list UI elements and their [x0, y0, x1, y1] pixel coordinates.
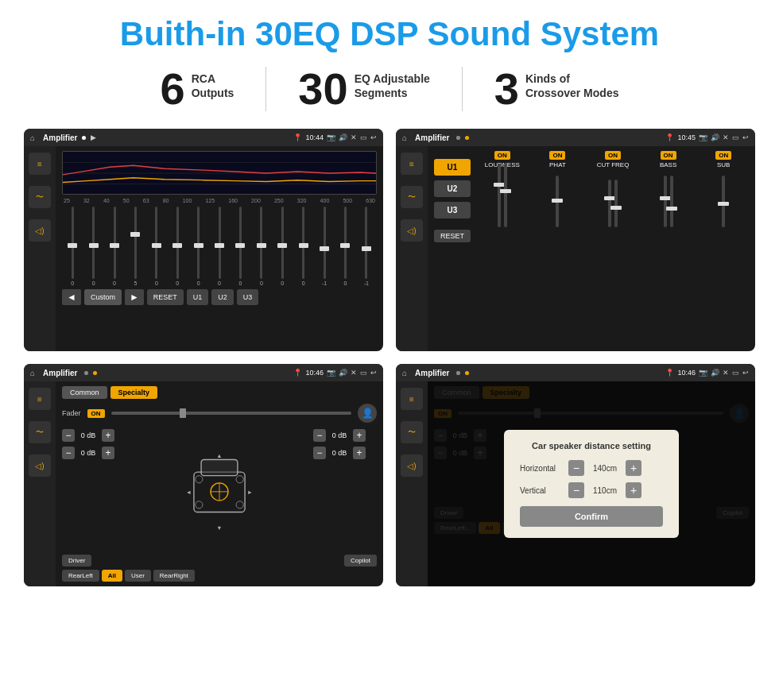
- ch-u1-btn[interactable]: U1: [434, 159, 471, 176]
- eq-slider-9[interactable]: 0: [253, 207, 270, 286]
- eq-graph: [62, 151, 377, 195]
- spk4-tune-btn[interactable]: ≡: [401, 388, 423, 410]
- driver-btn[interactable]: Driver: [62, 555, 91, 567]
- slider-val-11: 0: [302, 280, 305, 286]
- eq-slider-5[interactable]: 0: [169, 207, 186, 286]
- grid-icon4: [456, 371, 460, 375]
- eq-freq-labels: 25 32 40 50 63 80 100 125 160 200 250 32…: [62, 198, 377, 203]
- eq-u1-btn[interactable]: U1: [187, 289, 209, 305]
- bass-slider2[interactable]: [670, 176, 673, 227]
- close-icon2[interactable]: ✕: [723, 133, 729, 141]
- ch-u2-btn[interactable]: U2: [434, 180, 471, 197]
- amp-reset-btn[interactable]: RESET: [434, 230, 471, 242]
- back-icon4[interactable]: ↩: [742, 369, 749, 377]
- screen2-topbar: ⌂ Amplifier 📍 10:45 📷 🔊 ✕ ▭ ↩: [396, 129, 755, 146]
- slider-thumb-8: [235, 243, 245, 248]
- vertical-minus-btn[interactable]: −: [568, 482, 584, 498]
- home-icon3[interactable]: ⌂: [30, 369, 35, 377]
- db-plus-1[interactable]: +: [102, 447, 114, 459]
- spk-tune-btn[interactable]: ≡: [29, 388, 51, 410]
- confirm-button[interactable]: Confirm: [520, 506, 663, 527]
- db-plus-0[interactable]: +: [102, 429, 114, 442]
- vertical-plus-btn[interactable]: +: [626, 482, 641, 498]
- db-plus-2[interactable]: +: [353, 429, 366, 442]
- cutfreq-slider2[interactable]: [614, 180, 618, 227]
- eq-next-btn[interactable]: ►: [125, 289, 144, 305]
- eq-slider-0[interactable]: 0: [64, 207, 81, 286]
- user-btn[interactable]: User: [125, 570, 151, 582]
- eq-slider-2[interactable]: 0: [106, 207, 123, 286]
- spk-bottom-btns2: RearLeft All User RearRight: [62, 570, 377, 582]
- screen4-body: ≡ 〜 ◁) Common Specialty ON: [396, 381, 755, 586]
- eq-slider-14[interactable]: -1: [358, 207, 375, 286]
- eq-u2-btn[interactable]: U2: [211, 289, 234, 305]
- freq-32: 32: [83, 198, 90, 203]
- db-val-0: 0 dB: [77, 431, 99, 439]
- bass-slider1[interactable]: [664, 176, 667, 227]
- back-icon3[interactable]: ↩: [370, 369, 377, 377]
- eq-slider-7[interactable]: 0: [211, 207, 228, 286]
- amp-speaker-btn[interactable]: ◁): [401, 219, 423, 242]
- db-minus-1[interactable]: −: [62, 447, 75, 459]
- spk-speaker-btn[interactable]: ◁): [29, 454, 51, 477]
- db-minus-0[interactable]: −: [62, 429, 75, 442]
- eq-custom-btn[interactable]: Custom: [84, 289, 122, 305]
- sub-slider[interactable]: [722, 176, 725, 227]
- rearleft-btn[interactable]: RearLeft: [62, 570, 99, 582]
- eq-slider-10[interactable]: 0: [273, 207, 291, 286]
- ch-u3-btn[interactable]: U3: [434, 202, 471, 219]
- spk-wave-btn[interactable]: 〜: [29, 421, 51, 443]
- slider-track-3: [134, 207, 137, 279]
- fader-track[interactable]: [111, 412, 351, 415]
- sub-on: ON: [715, 151, 731, 160]
- home-icon4[interactable]: ⌂: [402, 369, 407, 377]
- db-val-1: 0 dB: [77, 449, 99, 457]
- eq-slider-6[interactable]: 0: [189, 207, 207, 286]
- eq-slider-12[interactable]: -1: [316, 207, 333, 286]
- eq-prev-btn[interactable]: ◄: [62, 289, 81, 305]
- cutfreq-slider1[interactable]: [608, 180, 611, 227]
- loudness-slider2[interactable]: [504, 164, 507, 227]
- specialty-tab[interactable]: Specialty: [110, 386, 158, 399]
- eq-slider-3[interactable]: 5: [126, 207, 144, 286]
- eq-slider-1[interactable]: 0: [84, 207, 102, 286]
- amp-wave-btn[interactable]: 〜: [401, 186, 423, 208]
- close-icon3[interactable]: ✕: [351, 369, 357, 377]
- horizontal-minus-btn[interactable]: −: [568, 460, 584, 476]
- back-icon2[interactable]: ↩: [742, 133, 749, 141]
- loudness-slider[interactable]: [498, 164, 501, 227]
- eq-u3-btn[interactable]: U3: [237, 289, 259, 305]
- rearright-btn[interactable]: RearRight: [153, 570, 195, 582]
- spk4-wave-btn[interactable]: 〜: [401, 421, 423, 443]
- horizontal-plus-btn[interactable]: +: [626, 460, 641, 476]
- channel-sub: ON SUB: [698, 151, 749, 346]
- close-icon4[interactable]: ✕: [723, 369, 729, 377]
- eq-reset-btn[interactable]: RESET: [147, 289, 184, 305]
- topbar-icons3: 📍 10:46 📷 🔊 ✕ ▭ ↩: [293, 369, 377, 377]
- db-minus-3[interactable]: −: [313, 447, 326, 459]
- speaker-btn[interactable]: ◁): [29, 219, 51, 242]
- eq-slider-4[interactable]: 0: [148, 207, 165, 286]
- wave-btn[interactable]: 〜: [29, 186, 51, 208]
- back-icon[interactable]: ↩: [370, 133, 377, 141]
- eq-tune-btn[interactable]: ≡: [29, 153, 51, 175]
- amp-main: U1 U2 U3 RESET ON LOUDNESS: [428, 146, 755, 351]
- eq-slider-11[interactable]: 0: [294, 207, 312, 286]
- fader-on-badge[interactable]: ON: [87, 409, 105, 418]
- db-plus-3[interactable]: +: [353, 447, 366, 459]
- eq-slider-13[interactable]: 0: [336, 207, 354, 286]
- home-icon2[interactable]: ⌂: [402, 133, 407, 142]
- close-icon[interactable]: ✕: [351, 133, 357, 141]
- db-row-0: − 0 dB +: [62, 429, 126, 442]
- freq-250: 250: [274, 198, 284, 203]
- copilot-btn[interactable]: Copilot: [344, 555, 377, 567]
- play-icon[interactable]: ▶: [91, 133, 96, 141]
- home-icon[interactable]: ⌂: [30, 133, 35, 142]
- spk4-speaker-btn[interactable]: ◁): [401, 454, 423, 477]
- eq-slider-8[interactable]: 0: [231, 207, 249, 286]
- amp-tune-btn[interactable]: ≡: [401, 153, 423, 175]
- db-minus-2[interactable]: −: [313, 429, 326, 442]
- common-tab[interactable]: Common: [62, 386, 107, 399]
- phat-slider[interactable]: [556, 176, 559, 227]
- all-btn[interactable]: All: [102, 570, 122, 582]
